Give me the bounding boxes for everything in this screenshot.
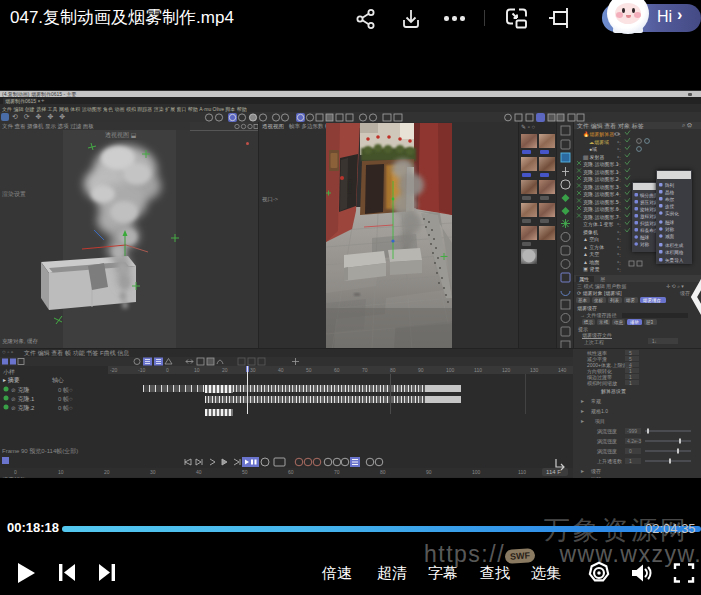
svg-text:30: 30: [150, 469, 156, 475]
svg-text:解算器设置: 解算器设置: [601, 388, 626, 395]
svg-text:110: 110: [518, 469, 526, 475]
svg-text:20: 20: [104, 469, 110, 475]
svg-text:克隆.运动图形.1: 克隆.运动图形.1: [583, 161, 619, 168]
svg-text:克隆.运动图形.6: 克隆.运动图形.6: [583, 206, 619, 213]
svg-text:70: 70: [362, 367, 368, 373]
svg-text:矢量导入: 矢量导入: [665, 258, 684, 263]
svg-text:体积网格: 体积网格: [665, 250, 684, 256]
svg-text:布尔: 布尔: [665, 197, 675, 202]
svg-text:70: 70: [334, 469, 340, 475]
svg-text:涡流强度: 涡流强度: [597, 428, 617, 435]
svg-text:°:: °:: [617, 237, 621, 243]
svg-text:缓存: 缓存: [591, 468, 601, 474]
svg-text:100: 100: [472, 469, 481, 475]
svg-text:涡流强度: 涡流强度: [597, 448, 617, 455]
svg-text:°:: °:: [617, 132, 621, 138]
svg-text:0: 0: [166, 367, 169, 373]
svg-text:°:: °:: [617, 215, 621, 221]
svg-text:▸: ▸: [581, 468, 584, 474]
svg-text:4.2e-3: 4.2e-3: [627, 438, 641, 444]
svg-text:°:: °:: [617, 192, 621, 198]
svg-text:°:: °:: [617, 245, 621, 251]
svg-text:对称: 对称: [640, 242, 650, 247]
svg-text:0: 0: [14, 469, 17, 475]
svg-text:体积生成: 体积生成: [665, 243, 684, 248]
svg-text:▲ 立方体: ▲ 立方体: [583, 244, 604, 251]
svg-text:60: 60: [288, 469, 294, 475]
svg-text:项目: 项目: [594, 418, 605, 425]
svg-text:°:: °:: [617, 267, 621, 273]
svg-text:克隆.运动图形.2: 克隆.运动图形.2: [583, 176, 619, 183]
svg-text:⊙ 克隆: ⊙ 克隆: [11, 386, 29, 394]
svg-text:涡流强度: 涡流强度: [597, 438, 617, 445]
svg-text:▲ 空白: ▲ 空白: [583, 236, 599, 243]
svg-text:40: 40: [278, 367, 284, 373]
svg-text:°:: °:: [617, 185, 621, 191]
svg-text:°:: °:: [617, 252, 621, 258]
svg-text:80: 80: [380, 469, 386, 475]
svg-text:40: 40: [196, 469, 202, 475]
svg-text:▸: ▸: [581, 418, 584, 424]
svg-text:1: 1: [629, 380, 632, 386]
svg-text:▣ 背景: ▣ 背景: [583, 266, 599, 272]
svg-text:阵列: 阵列: [665, 182, 675, 189]
svg-text:90: 90: [418, 367, 424, 373]
svg-text:20: 20: [222, 367, 228, 373]
svg-text:50: 50: [306, 367, 312, 373]
svg-text:▲ 地面: ▲ 地面: [583, 259, 599, 266]
svg-text:90: 90: [426, 469, 432, 475]
svg-text:▸: ▸: [581, 408, 584, 414]
svg-text:°:: °:: [617, 155, 621, 161]
svg-text:减面: 减面: [665, 233, 675, 240]
svg-text:°:: °:: [617, 260, 621, 266]
svg-text:☁烟雾域: ☁烟雾域: [589, 139, 609, 146]
svg-text:0 帧○: 0 帧○: [58, 396, 73, 402]
svg-text:°:: °:: [617, 222, 621, 228]
svg-text:实例化: 实例化: [665, 210, 679, 217]
svg-text:1: 1: [629, 458, 632, 464]
svg-text:⊙ 克隆.1: ⊙ 克隆.1: [11, 395, 35, 403]
svg-text:°:: °:: [617, 177, 621, 183]
svg-text:110: 110: [474, 367, 482, 373]
svg-text:对称: 对称: [665, 227, 675, 232]
svg-text:融球: 融球: [640, 235, 650, 241]
svg-text:▦ 发射器: ▦ 发射器: [583, 154, 604, 160]
svg-text:溶解: 溶解: [591, 476, 601, 478]
svg-text:°:: °:: [617, 162, 621, 168]
svg-text:-10: -10: [138, 367, 145, 373]
svg-text:规格1.0: 规格1.0: [591, 408, 608, 415]
svg-text:°:: °:: [617, 140, 621, 146]
svg-text:▲ 天空: ▲ 天空: [583, 251, 599, 257]
svg-text:克隆.运动图形.7: 克隆.运动图形.7: [583, 214, 619, 221]
svg-text:°:: °:: [617, 147, 621, 153]
svg-text:-20: -20: [110, 367, 117, 373]
svg-text:克隆.运动图形.1: 克隆.运动图形.1: [583, 169, 619, 176]
svg-text:立方体.1 变形: 立方体.1 变形: [583, 221, 614, 228]
svg-text:▸: ▸: [581, 476, 584, 478]
svg-text:0: 0: [629, 448, 632, 454]
svg-text:克隆.运动图形.3: 克隆.运动图形.3: [583, 184, 619, 191]
svg-text:50: 50: [242, 469, 248, 475]
svg-text:80: 80: [390, 367, 396, 373]
svg-text:常规: 常规: [591, 398, 601, 405]
svg-text:🔥烟雾解算器: 🔥烟雾解算器: [583, 131, 614, 138]
svg-text:°:: °:: [617, 200, 621, 206]
svg-text:120: 120: [502, 367, 511, 373]
svg-text:60: 60: [334, 367, 340, 373]
svg-text:°:: °:: [617, 230, 621, 236]
svg-text:130: 130: [530, 367, 539, 373]
svg-text:100: 100: [446, 367, 455, 373]
svg-text:-999: -999: [627, 428, 637, 434]
svg-text:模拟时间缩放: 模拟时间缩放: [587, 380, 617, 387]
svg-text:⊙ 克隆.2: ⊙ 克隆.2: [11, 404, 35, 412]
svg-text:●域: ●域: [589, 146, 597, 152]
svg-text:克隆.运动图形.4: 克隆.运动图形.4: [583, 191, 619, 198]
svg-text:30: 30: [250, 367, 256, 373]
svg-text:上升通道数: 上升通道数: [597, 458, 622, 464]
svg-text:连接: 连接: [665, 204, 675, 209]
svg-text:140: 140: [558, 367, 567, 373]
svg-text:晶格: 晶格: [665, 190, 675, 196]
svg-text:▸: ▸: [581, 398, 584, 404]
svg-text:融球: 融球: [665, 220, 675, 226]
svg-text:°:: °:: [617, 207, 621, 213]
